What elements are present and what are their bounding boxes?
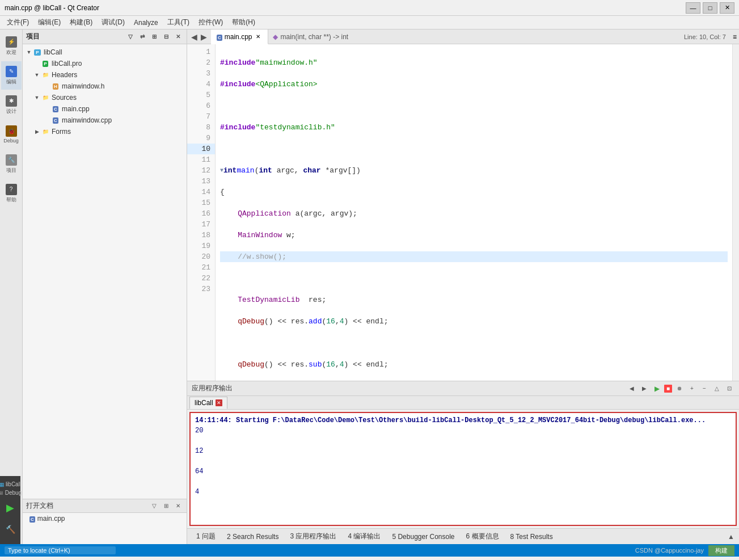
code-line-3: [220, 100, 728, 111]
filter-icon[interactable]: ▽: [125, 32, 136, 42]
project-panel-header: 项目 ▽ ⇄ ⊞ ⊟ ✕: [23, 30, 187, 44]
menu-edit[interactable]: 编辑(E): [33, 16, 65, 28]
extra-menu-icon[interactable]: ≡: [730, 33, 739, 41]
code-line-13: qDebug() << res.add(16,4) << endl;: [220, 316, 728, 327]
titlebar: main.cpp @ libCall - Qt Creator — □ ✕: [0, 0, 739, 16]
folder-headers-icon: 📁: [41, 70, 50, 79]
build-button[interactable]: 🔨: [1, 520, 20, 539]
bottom-tab-summary[interactable]: 6 概要信息: [462, 530, 504, 542]
statusbar: Type to locate (Ctrl+K) CSDN @Cappuccino…: [0, 544, 739, 557]
tree-item-libcallpro[interactable]: P libCall.pro: [23, 58, 187, 69]
line-num-15: 15: [187, 197, 215, 208]
open-docs-expand-icon[interactable]: ⊞: [161, 501, 171, 511]
output-tab-label: libCall: [195, 399, 213, 407]
open-docs-filter-icon[interactable]: ▽: [149, 501, 159, 511]
output-content: 14:11:44: Starting F:\DataRec\Code\Demo\…: [189, 412, 737, 526]
search-input[interactable]: Type to locate (Ctrl+K): [5, 546, 116, 554]
sync-icon[interactable]: ⇄: [137, 32, 147, 42]
collapse-icon[interactable]: ⊟: [161, 32, 171, 42]
bottom-tab-search[interactable]: 2 Search Results: [222, 532, 283, 542]
line-num-22: 22: [187, 273, 215, 284]
tab-cpp-icon: C: [217, 33, 222, 41]
main-layout: ⚡ 欢迎 ✎ 编辑 ✱ 设计 🐞 Debug 🔧 项目 ? 帮助 项目 ▽: [0, 30, 739, 544]
code-line-14: [220, 338, 728, 348]
close-panel-icon[interactable]: ✕: [173, 32, 183, 42]
output-stop-button[interactable]: ■: [664, 385, 672, 393]
sidebar-item-edit[interactable]: ✎ 编辑: [1, 61, 22, 90]
nav-forward-icon[interactable]: ▶: [199, 32, 209, 41]
tree-folder-headers[interactable]: ▼ 📁 Headers: [23, 69, 187, 81]
sidebar-item-design[interactable]: ✱ 设计: [1, 91, 22, 119]
open-doc-label: main.cpp: [37, 515, 65, 523]
sidebar-item-help[interactable]: ? 帮助: [1, 179, 22, 208]
tree-folder-sources[interactable]: ▼ 📁 Sources: [23, 92, 187, 103]
bottom-tab-appout[interactable]: 3 应用程序输出: [285, 530, 341, 542]
code-line-10: //w.show();: [220, 251, 728, 262]
menu-controls[interactable]: 控件(W): [194, 16, 227, 28]
bottom-tab-tests[interactable]: 8 Test Results: [506, 532, 558, 542]
build-status-button[interactable]: 构建: [708, 545, 734, 556]
run-button[interactable]: ▶: [1, 498, 20, 517]
output-add-icon[interactable]: +: [687, 384, 697, 394]
line-num-2: 2: [187, 57, 215, 68]
maximize-button[interactable]: □: [703, 2, 717, 14]
bottom-tab-issues[interactable]: 1 问题: [192, 530, 220, 542]
code-line-8: QApplication a(argc, argv);: [220, 208, 728, 219]
sidebar-item-debug[interactable]: 🐞 Debug: [1, 120, 22, 149]
output-fullscreen-icon[interactable]: ⊡: [724, 384, 734, 394]
tree-root-libcall[interactable]: ▼ P libCall: [23, 47, 187, 58]
output-play-icon[interactable]: ▶: [652, 384, 662, 394]
tree-folder-forms[interactable]: ▶ 📁 Forms: [23, 126, 187, 137]
nav-back-icon[interactable]: ◀: [189, 32, 199, 41]
run-config-text: Debug: [5, 490, 22, 496]
output-nav-next[interactable]: ▶: [639, 384, 649, 394]
code-editor[interactable]: 1 2 3 4 5 6 7 8 9 10 11 12 13 14 15 16 1…: [187, 44, 739, 381]
watermark: CSDN @Cappuccino-jay: [635, 547, 704, 554]
statusbar-right: CSDN @Cappuccino-jay 构建: [635, 545, 734, 556]
output-remove-icon[interactable]: −: [699, 384, 710, 394]
tree-item-mainwindowcpp[interactable]: C mainwindow.cpp: [23, 115, 187, 126]
menu-file[interactable]: 文件(F): [2, 16, 33, 28]
menu-help[interactable]: 帮助(H): [227, 16, 260, 28]
close-button[interactable]: ✕: [720, 2, 734, 14]
menu-tools[interactable]: 工具(T): [163, 16, 194, 28]
output-tab-libcall[interactable]: libCall ✕: [189, 397, 227, 409]
open-docs-header: 打开文档 ▽ ⊞ ✕: [23, 499, 187, 513]
line-num-13: 13: [187, 176, 215, 187]
run-target-label[interactable]: ▦ libCall: [1, 481, 20, 487]
expand-icon[interactable]: ⊞: [149, 32, 159, 42]
open-docs-close-icon[interactable]: ✕: [173, 501, 183, 511]
project-panel-title: 项目: [26, 32, 40, 41]
menu-debug[interactable]: 调试(D): [97, 16, 129, 28]
output-record-icon[interactable]: ⏺: [674, 384, 685, 394]
tree-item-maincpp[interactable]: C main.cpp: [23, 103, 187, 115]
editor-scrollbar[interactable]: [732, 44, 739, 381]
edit-icon: ✎: [6, 66, 17, 77]
tree-item-mainwindowh[interactable]: H mainwindow.h: [23, 81, 187, 92]
sidebar-item-welcome[interactable]: ⚡ 欢迎: [1, 32, 22, 60]
open-docs-panel: 打开文档 ▽ ⊞ ✕ C main.cpp: [23, 499, 187, 544]
editor-tab-maincpp[interactable]: C main.cpp ✕: [211, 30, 268, 44]
tab-close-button[interactable]: ✕: [254, 33, 262, 41]
bottom-tab-buildout[interactable]: 4 编译输出: [343, 530, 385, 542]
output-tabs: libCall ✕: [187, 396, 739, 410]
bottom-tab-debugger[interactable]: 5 Debugger Console: [387, 532, 459, 542]
run-config-label[interactable]: 🖥 Debug: [1, 490, 20, 496]
minimize-button[interactable]: —: [686, 2, 700, 14]
menu-analyze[interactable]: Analyze: [129, 18, 163, 28]
output-expand-icon[interactable]: △: [712, 384, 722, 394]
open-docs-title: 打开文档: [26, 501, 53, 511]
menu-build[interactable]: 构建(B): [65, 16, 97, 28]
output-tab-close[interactable]: ✕: [216, 399, 222, 406]
sidebar-item-project[interactable]: 🔧 项目: [1, 150, 22, 178]
bottom-tab-options-icon[interactable]: ▲: [728, 533, 734, 541]
output-toolbar-right: ◀ ▶ ▶ ■ ⏺ + − △ ⊡: [627, 384, 734, 394]
sidebar-label-project: 项目: [6, 167, 16, 174]
open-doc-maincpp[interactable]: C main.cpp: [23, 513, 187, 524]
tree-label-mainwindowcpp: mainwindow.cpp: [62, 116, 112, 124]
output-nav-prev[interactable]: ◀: [627, 384, 637, 394]
output-title: 应用程序输出: [192, 384, 233, 393]
code-content[interactable]: #include "mainwindow.h" #include <QAppli…: [216, 44, 732, 381]
h-file-icon: H: [51, 82, 60, 91]
welcome-icon: ⚡: [6, 36, 17, 48]
